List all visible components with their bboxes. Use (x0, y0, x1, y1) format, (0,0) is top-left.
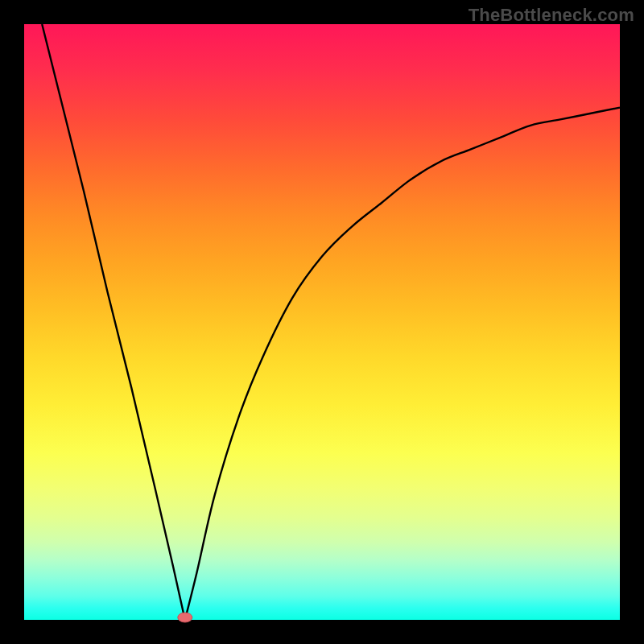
watermark-text: TheBottleneck.com (469, 5, 634, 26)
chart-frame: TheBottleneck.com (0, 0, 644, 644)
curve-path (42, 24, 620, 620)
bottleneck-curve (24, 24, 620, 620)
plot-area (24, 24, 620, 620)
minimum-marker (178, 613, 192, 622)
